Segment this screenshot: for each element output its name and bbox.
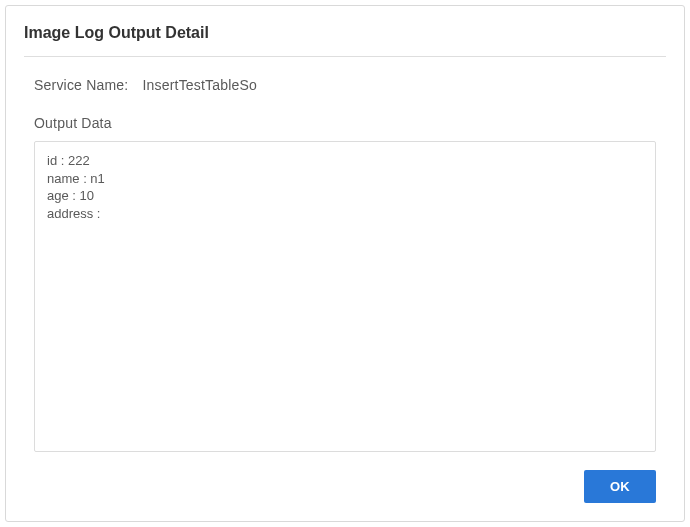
dialog-title: Image Log Output Detail — [24, 24, 666, 56]
service-name-value: InsertTestTableSo — [142, 77, 257, 93]
output-data-box[interactable]: id : 222 name : n1 age : 10 address : — [34, 141, 656, 452]
ok-button[interactable]: OK — [584, 470, 656, 503]
output-data-label: Output Data — [34, 115, 666, 131]
service-name-label: Service Name: — [34, 77, 128, 93]
divider — [24, 56, 666, 57]
service-name-row: Service Name: InsertTestTableSo — [34, 77, 666, 93]
log-output-detail-dialog: Image Log Output Detail Service Name: In… — [5, 5, 685, 522]
button-row: OK — [24, 470, 666, 503]
